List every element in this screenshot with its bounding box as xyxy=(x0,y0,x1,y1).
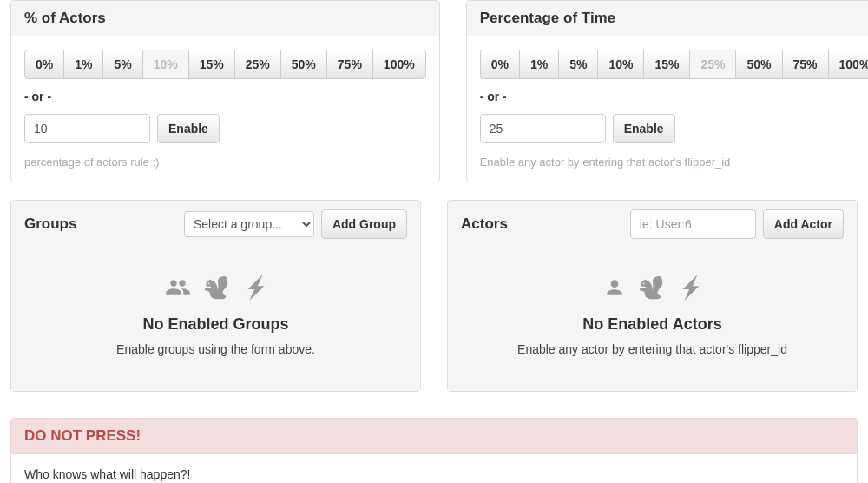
percentage-input[interactable] xyxy=(24,114,150,143)
enable-button[interactable]: Enable xyxy=(613,114,675,143)
percent-option-button: 25% xyxy=(689,50,736,79)
groups-placeholder: No Enabled Groups Enable groups using th… xyxy=(11,248,420,391)
panel-body: 0%1%5%10%15%25%50%75%100% - or - Enable … xyxy=(467,36,868,182)
percent-option-button[interactable]: 75% xyxy=(326,50,373,79)
percent-option-button[interactable]: 1% xyxy=(519,50,559,79)
or-separator: - or - xyxy=(480,89,868,103)
help-text: percentage of actors rule :) xyxy=(24,155,426,169)
panel-title: % of Actors xyxy=(24,10,106,27)
actors-panel: Actors Add Actor xyxy=(447,200,858,392)
group-select[interactable]: Select a group... xyxy=(184,211,314,237)
danger-panel: DO NOT PRESS! Who knows what will happen… xyxy=(10,418,858,483)
percent-option-button[interactable]: 1% xyxy=(63,50,103,79)
percent-option-button[interactable]: 5% xyxy=(102,50,142,79)
danger-body: Who knows what will happen?! xyxy=(11,454,857,483)
percentage-buttons: 0%1%5%10%15%25%50%75%100% xyxy=(24,50,426,79)
panel-heading: Actors Add Actor xyxy=(448,201,857,248)
percent-option-button[interactable]: 50% xyxy=(735,50,782,79)
percent-option-button[interactable]: 0% xyxy=(480,50,520,79)
percent-option-button[interactable]: 100% xyxy=(372,50,426,79)
panel-heading: Percentage of Time xyxy=(467,1,868,36)
groups-panel: Groups Select a group... Add Group xyxy=(10,200,421,392)
percent-option-button[interactable]: 25% xyxy=(234,50,281,79)
actors-placeholder: No Enabled Actors Enable any actor by en… xyxy=(448,248,857,391)
percent-option-button: 10% xyxy=(142,50,189,79)
help-text: Enable any actor by entering that actor'… xyxy=(480,155,868,169)
panel-heading: % of Actors xyxy=(11,1,439,36)
percent-option-button[interactable]: 75% xyxy=(782,50,829,79)
squirrel-icon xyxy=(205,275,231,303)
placeholder-title: No Enabled Groups xyxy=(24,315,407,334)
percent-option-button[interactable]: 15% xyxy=(643,50,690,79)
percent-option-button[interactable]: 15% xyxy=(188,50,235,79)
placeholder-subtitle: Enable any actor by entering that actor'… xyxy=(461,342,844,356)
panel-heading: Groups Select a group... Add Group xyxy=(11,201,420,248)
percentage-of-time-panel: Percentage of Time 0%1%5%10%15%25%50%75%… xyxy=(466,0,868,182)
add-actor-button[interactable]: Add Actor xyxy=(763,209,844,239)
panel-title: Groups xyxy=(24,215,76,233)
actor-input[interactable] xyxy=(630,209,756,239)
panel-body: 0%1%5%10%15%25%50%75%100% - or - Enable … xyxy=(11,36,439,182)
percentage-input[interactable] xyxy=(480,114,606,143)
percent-option-button[interactable]: 50% xyxy=(280,50,327,79)
enable-button[interactable]: Enable xyxy=(157,114,220,143)
percent-of-actors-panel: % of Actors 0%1%5%10%15%25%50%75%100% - … xyxy=(10,0,440,182)
percentage-buttons: 0%1%5%10%15%25%50%75%100% xyxy=(480,50,868,79)
lightning-icon xyxy=(680,275,702,303)
panel-title: Percentage of Time xyxy=(480,10,616,27)
panel-title: Actors xyxy=(461,215,508,233)
percent-option-button[interactable]: 5% xyxy=(558,50,598,79)
percent-option-button[interactable]: 0% xyxy=(24,50,64,79)
person-icon xyxy=(603,275,626,303)
or-separator: - or - xyxy=(24,89,426,103)
group-icon xyxy=(165,275,191,303)
placeholder-title: No Enabled Actors xyxy=(461,315,844,334)
danger-heading: DO NOT PRESS! xyxy=(11,419,857,454)
danger-title: DO NOT PRESS! xyxy=(24,427,141,444)
percent-option-button[interactable]: 10% xyxy=(597,50,644,79)
percent-option-button[interactable]: 100% xyxy=(828,50,868,79)
add-group-button[interactable]: Add Group xyxy=(321,209,407,239)
lightning-icon xyxy=(245,275,267,303)
squirrel-icon xyxy=(640,275,666,303)
placeholder-subtitle: Enable groups using the form above. xyxy=(24,342,407,356)
